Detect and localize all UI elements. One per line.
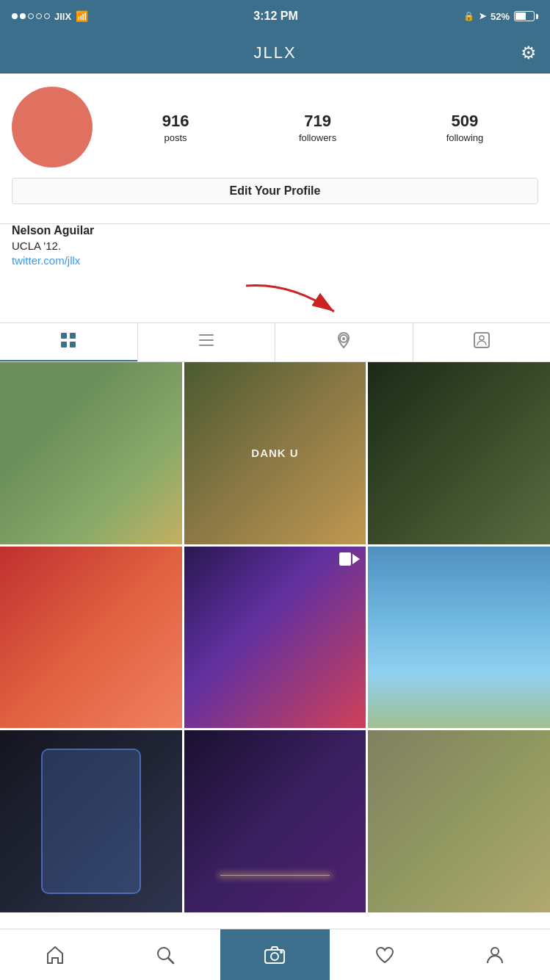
svg-rect-2 [70,333,76,339]
bottom-nav [0,929,550,980]
posts-count: 916 [162,112,189,131]
heart-icon [374,945,395,965]
location-icon: ➤ [479,11,486,21]
list-icon [198,331,215,353]
profile-top: 916 posts 719 followers 509 following [12,87,538,167]
posts-label: posts [164,132,187,143]
svg-point-9 [342,337,345,340]
stat-posts[interactable]: 916 posts [162,112,189,143]
app-header: JLLX ⚙ [0,32,550,73]
grid-icon [59,331,77,353]
dot-1 [12,13,18,19]
photo-cell-1[interactable] [0,362,182,544]
app-title: JLLX [253,43,296,62]
tab-list[interactable] [138,323,276,361]
profile-section: 916 posts 719 followers 509 following Ed… [0,73,550,224]
home-icon [45,945,65,965]
followers-count: 719 [304,112,331,131]
nav-home[interactable] [0,929,110,980]
following-count: 509 [452,112,479,131]
dot-4 [36,13,42,19]
svg-rect-3 [61,342,67,347]
photo-cell-3[interactable] [368,362,550,544]
edit-profile-button[interactable]: Edit Your Profile [12,178,538,204]
svg-rect-6 [199,339,214,341]
svg-rect-5 [199,334,214,336]
arrow-annotation [0,278,550,323]
dot-3 [28,13,34,19]
status-bar: JIIX 📶 3:12 PM 🔒 ➤ 52% [0,0,550,32]
photo-grid: DANK U [0,362,550,912]
dot-2 [20,13,26,19]
stats-container: 916 posts 719 followers 509 following [107,112,538,143]
location-pin-icon [335,331,352,353]
svg-point-17 [271,953,278,960]
carrier-label: JIIX [54,11,71,22]
nav-activity[interactable] [330,929,440,980]
svg-rect-12 [339,552,351,566]
person-tag-icon [473,331,491,353]
bio-section: Nelson Aguilar UCLA '12. twitter.com/jll… [0,224,550,278]
tab-grid[interactable] [0,323,138,361]
stat-following[interactable]: 509 following [446,112,484,143]
nav-camera[interactable] [220,929,330,980]
followers-label: followers [299,132,336,143]
tab-tagged[interactable] [413,323,551,361]
avatar [12,87,93,167]
battery-indicator [514,11,538,21]
photo-cell-4[interactable] [0,547,182,729]
annotation-arrow [231,278,349,319]
bio-text: UCLA '12. [12,239,538,252]
svg-point-11 [480,336,484,340]
svg-rect-1 [61,333,67,339]
status-left: JIIX 📶 [12,10,88,22]
dot-5 [44,13,50,19]
following-label: following [446,132,484,143]
bio-link[interactable]: twitter.com/jllx [12,254,538,267]
svg-point-19 [491,948,499,955]
search-icon [155,945,176,965]
lock-icon: 🔒 [463,11,474,21]
battery-percent: 52% [491,11,510,22]
photo-cell-7[interactable] [0,730,182,912]
signal-dots [12,13,50,19]
bio-name: Nelson Aguilar [12,224,538,237]
svg-marker-13 [352,554,360,564]
svg-rect-7 [199,345,214,346]
photo-cell-9[interactable] [368,730,550,912]
view-tabs [0,323,550,362]
video-badge [339,552,360,566]
stat-followers[interactable]: 719 followers [299,112,336,143]
dank-u-text: DANK U [251,447,298,459]
photo-cell-5[interactable] [184,547,366,729]
status-time: 3:12 PM [253,10,297,23]
settings-icon[interactable]: ⚙ [521,43,537,63]
photo-cell-8[interactable] [184,730,366,912]
camera-icon [264,945,286,965]
svg-point-18 [280,951,283,954]
photo-cell-2[interactable]: DANK U [184,362,366,544]
status-right: 🔒 ➤ 52% [463,11,538,22]
tab-location[interactable] [275,323,413,361]
photo-cell-6[interactable] [368,547,550,729]
svg-line-15 [168,958,173,963]
nav-profile[interactable] [440,929,550,980]
svg-rect-4 [70,342,76,347]
wifi-icon: 📶 [76,10,88,22]
person-icon [485,945,505,965]
nav-search[interactable] [110,929,220,980]
